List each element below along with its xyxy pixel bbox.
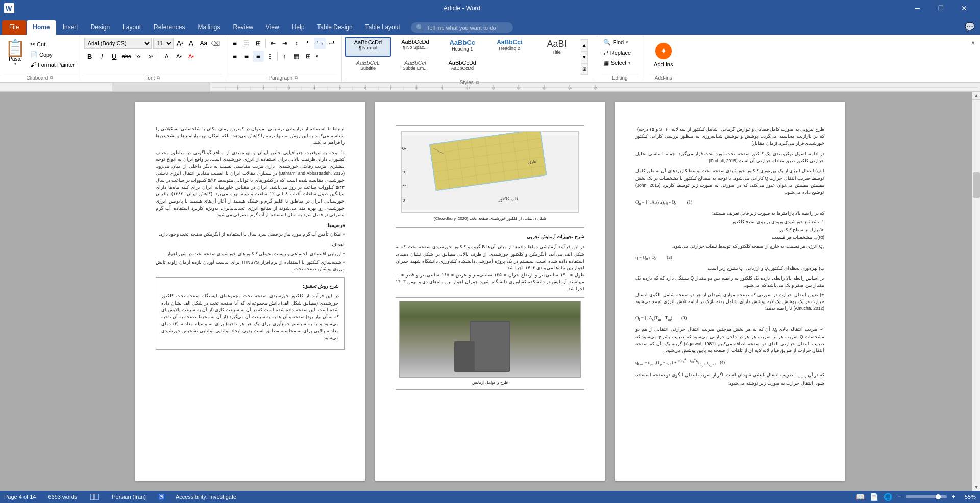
subscript-button[interactable]: x₂ bbox=[133, 51, 144, 62]
style-aabbccdd[interactable]: AaBbCcDd AaBbCcDd bbox=[439, 58, 485, 78]
tab-file[interactable]: File bbox=[2, 20, 26, 35]
select-dropdown[interactable]: ▾ bbox=[628, 60, 631, 65]
style-normal[interactable]: AaBbCcDd ¶ Normal bbox=[345, 37, 391, 57]
tab-view[interactable]: View bbox=[260, 20, 285, 35]
view-web-button[interactable]: 🌐 bbox=[884, 493, 892, 501]
change-case-button[interactable]: Aa bbox=[199, 38, 209, 48]
grow-font-button[interactable]: A+ bbox=[175, 38, 185, 48]
styles-scroll-up[interactable]: ▲ bbox=[581, 39, 588, 51]
numbered-list-button[interactable]: ☰ bbox=[241, 38, 252, 49]
style-subtle-emphasis[interactable]: AaBbCcL Subtitle bbox=[345, 58, 391, 78]
select-button[interactable]: ▦ Select ▾ bbox=[601, 58, 639, 67]
increase-indent-button[interactable]: ⇥ bbox=[279, 38, 290, 49]
copy-label: Copy bbox=[39, 52, 53, 58]
accessibility-icon[interactable]: ♿ bbox=[158, 494, 165, 500]
style-heading1[interactable]: AaBbCc Heading 1 bbox=[439, 37, 485, 57]
multilevel-list-button[interactable]: ⊞ bbox=[253, 38, 264, 49]
tell-me-box[interactable]: 🔍 Tell me what you want to do bbox=[411, 22, 513, 33]
borders-button[interactable]: ⊞ bbox=[303, 51, 314, 62]
line-spacing-button[interactable]: ↕ bbox=[279, 51, 290, 62]
document-area[interactable]: ارتباط با استفاده از ترازمانی ترسیمی، می… bbox=[0, 92, 980, 491]
restore-btn[interactable]: ❐ bbox=[929, 0, 952, 16]
tab-review[interactable]: Review bbox=[227, 20, 259, 35]
align-center-button[interactable]: ≡ bbox=[241, 51, 252, 62]
tab-layout[interactable]: Layout bbox=[116, 20, 147, 35]
style-subtle-em[interactable]: AaBbCcl Subtle Em... bbox=[392, 58, 438, 78]
italic-button[interactable]: I bbox=[96, 51, 108, 62]
tab-help[interactable]: Help bbox=[286, 20, 311, 35]
addins-button[interactable]: ✦ Add-ins bbox=[654, 43, 673, 67]
paragraph-dialog-launcher[interactable]: ⧉ bbox=[295, 75, 298, 81]
strikethrough-button[interactable]: abc bbox=[121, 51, 132, 62]
scroll-thumb[interactable] bbox=[973, 172, 980, 198]
tab-references[interactable]: References bbox=[148, 20, 191, 35]
vertical-scrollbar[interactable]: ▲ ▼ bbox=[972, 92, 980, 491]
page-info[interactable]: Page 4 of 14 bbox=[4, 494, 36, 500]
view-print-button[interactable]: 📄 bbox=[870, 493, 878, 501]
ltr-button[interactable]: ⮂ bbox=[326, 38, 337, 49]
accessibility-label[interactable]: Accessibility: Investigate bbox=[176, 494, 236, 500]
underline-button[interactable]: U bbox=[109, 51, 120, 62]
zoom-slider-thumb[interactable] bbox=[936, 494, 941, 499]
clipboard-label: Clipboard bbox=[26, 75, 48, 81]
style-heading2[interactable]: AaBbCci Heading 2 bbox=[486, 37, 532, 57]
tab-design[interactable]: Design bbox=[85, 20, 116, 35]
font-name-select[interactable]: Arial (Body CS) bbox=[84, 38, 152, 49]
find-dropdown[interactable]: ▾ bbox=[626, 40, 628, 45]
show-formatting-button[interactable]: ¶ bbox=[303, 38, 314, 49]
text-effects-button[interactable]: A bbox=[161, 51, 173, 62]
clipboard-dialog-launcher[interactable]: ⧉ bbox=[50, 75, 53, 81]
shrink-font-button[interactable]: A- bbox=[187, 38, 197, 48]
style-nospace[interactable]: AaBbCcDd ¶ No Spac... bbox=[392, 37, 438, 57]
style-title[interactable]: AaBl Title bbox=[533, 37, 579, 57]
styles-more[interactable]: ⊞ bbox=[581, 63, 588, 75]
font-dialog-launcher[interactable]: ⧉ bbox=[157, 75, 160, 81]
clear-formatting-button[interactable]: ⌫ bbox=[210, 38, 220, 48]
page-indicator-icon[interactable] bbox=[89, 493, 100, 501]
tab-table-layout[interactable]: Table Layout bbox=[359, 20, 406, 35]
justify-button[interactable]: ⋮ bbox=[264, 51, 276, 62]
minimize-btn[interactable]: ─ bbox=[905, 0, 929, 16]
zoom-slider-container[interactable] bbox=[906, 495, 947, 498]
font-color-button[interactable]: A▾ bbox=[186, 51, 197, 62]
tab-insert[interactable]: Insert bbox=[57, 20, 84, 35]
language[interactable]: Persian (Iran) bbox=[112, 494, 146, 500]
styles-scroll-down[interactable]: ▼ bbox=[581, 51, 588, 63]
scroll-down-button[interactable]: ▼ bbox=[972, 483, 980, 491]
tab-mailings[interactable]: Mailings bbox=[191, 20, 226, 35]
sort-button[interactable]: ↕ bbox=[291, 38, 302, 49]
paste-button[interactable]: 📋 Paste ▾ bbox=[3, 38, 28, 68]
rtl-button[interactable]: ⮀ bbox=[314, 38, 326, 49]
shading-button[interactable]: ▦ bbox=[291, 51, 302, 62]
replace-button[interactable]: ⇄ Replace bbox=[601, 48, 639, 57]
cut-button[interactable]: ✂ Cut bbox=[29, 40, 77, 49]
format-painter-button[interactable]: 🖌 Format Painter bbox=[29, 60, 77, 69]
find-button[interactable]: 🔍 Find ▾ bbox=[601, 38, 639, 47]
close-btn[interactable]: ✕ bbox=[952, 0, 976, 16]
align-left-button[interactable]: ≡ bbox=[229, 51, 240, 62]
para-dropdown[interactable]: ▾ bbox=[314, 51, 321, 62]
bold-button[interactable]: B bbox=[84, 51, 95, 62]
bullets-button[interactable]: ≡ bbox=[229, 38, 240, 49]
collapse-ribbon-button[interactable]: ∧ bbox=[968, 38, 978, 48]
zoom-out-button[interactable]: − bbox=[897, 493, 901, 500]
font-size-select[interactable]: 11 bbox=[153, 38, 174, 49]
tab-home[interactable]: Home bbox=[27, 20, 56, 35]
decrease-indent-button[interactable]: ⇤ bbox=[267, 38, 279, 49]
tab-table-design[interactable]: Table Design bbox=[311, 20, 358, 35]
page-right[interactable]: طرح بیرونی به صورت کامل فصادی و عوارض گر… bbox=[615, 102, 845, 481]
align-right-button[interactable]: ≡ bbox=[253, 51, 264, 62]
zoom-level[interactable]: 55% bbox=[961, 494, 976, 500]
copy-button[interactable]: 📄 Copy bbox=[29, 50, 77, 59]
word-count[interactable]: 6693 words bbox=[48, 494, 77, 500]
superscript-button[interactable]: x² bbox=[145, 51, 157, 62]
comment-icon[interactable]: 💬 bbox=[962, 18, 978, 35]
highlight-button[interactable]: A▾ bbox=[174, 51, 185, 62]
scroll-up-button[interactable]: ▲ bbox=[972, 92, 980, 100]
zoom-in-button[interactable]: + bbox=[952, 493, 955, 500]
page-middle[interactable]: پوشش شفاف لوله اصلی (هدر) عایق صفحه جاذب… bbox=[375, 102, 605, 481]
page-left[interactable]: ارتباط با استفاده از ترازمانی ترسیمی، می… bbox=[135, 102, 365, 481]
paste-dropdown[interactable]: ▾ bbox=[14, 62, 16, 66]
paste-icon: 📋 bbox=[5, 40, 26, 56]
view-read-button[interactable]: 📖 bbox=[856, 493, 865, 501]
